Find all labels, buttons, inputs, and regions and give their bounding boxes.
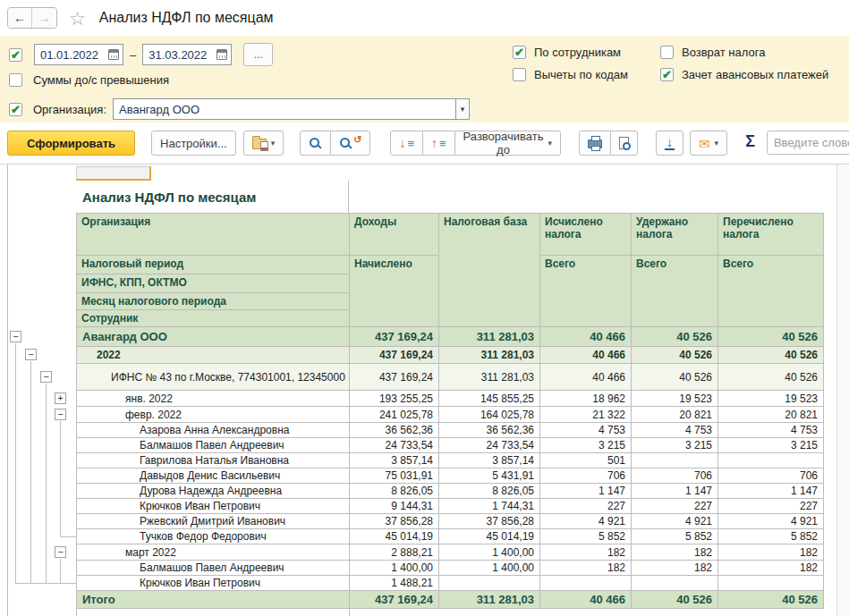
option-checkbox[interactable] [660,46,674,59]
value-cell[interactable]: 1 147 [632,484,718,499]
value-cell[interactable]: 40 526 [718,327,824,347]
row-label[interactable]: Давыдов Денис Васильевич [77,468,350,484]
value-cell[interactable] [718,576,824,591]
expand-toggle[interactable]: − [10,331,21,342]
value-cell[interactable] [439,576,540,591]
value-cell[interactable] [718,453,824,468]
period-checkbox[interactable]: ✔ [9,48,22,62]
option-checkbox[interactable] [513,68,526,81]
header-cell[interactable]: Удержано налога [632,214,718,256]
value-cell[interactable]: 8 826,05 [439,484,540,499]
header-cell[interactable]: Перечислено налога [718,214,824,256]
value-cell[interactable]: 40 526 [718,591,824,609]
header-cell[interactable]: ИФНС, КПП, ОКТМО [77,274,350,293]
row-label[interactable]: ИФНС № 43 по г.Москве, 774301001, 123450… [77,364,350,391]
value-cell[interactable]: 193 255,25 [350,391,439,407]
value-cell[interactable]: 3 215 [718,438,824,453]
option-item[interactable]: ✔По сотрудникам [513,46,660,59]
value-cell[interactable]: 40 466 [540,591,632,609]
value-cell[interactable]: 36 562,36 [350,423,439,438]
value-cell[interactable]: 1 400,00 [350,561,439,576]
favorite-star-icon[interactable]: ☆ [69,9,86,28]
value-cell[interactable]: 182 [718,561,824,576]
value-cell[interactable]: 501 [540,453,632,468]
search-next-button[interactable]: ↺ [330,131,370,156]
value-cell[interactable]: 8 826,05 [350,484,439,499]
selected-cell[interactable] [76,166,151,181]
calendar-icon[interactable] [216,49,227,60]
row-label[interactable]: Дурова Надежда Андреевна [77,484,350,499]
period-more-button[interactable]: ... [243,43,273,66]
value-cell[interactable]: 241 025,78 [350,407,439,423]
value-cell[interactable]: 40 466 [540,364,632,391]
value-cell[interactable]: 75 031,91 [350,468,439,484]
value-cell[interactable]: 18 962 [540,391,632,407]
value-cell[interactable]: 5 431,91 [439,468,540,484]
organization-input[interactable] [113,98,455,120]
value-cell[interactable] [632,453,718,468]
value-cell[interactable] [540,576,632,591]
value-cell[interactable]: 706 [540,468,632,484]
expand-toggle[interactable]: + [55,392,66,404]
header-cell[interactable]: Всего [632,256,718,327]
value-cell[interactable]: 227 [632,499,718,514]
expand-groups-button[interactable]: ↑ ≡ [422,131,455,156]
value-cell[interactable]: 437 169,24 [350,327,439,347]
value-cell[interactable]: 3 857,14 [350,453,439,468]
value-cell[interactable]: 2 888,21 [350,544,439,561]
value-cell[interactable]: 1 147 [540,484,632,499]
row-label[interactable]: Авангард ООО [77,327,350,347]
value-cell[interactable]: 227 [718,499,824,514]
toolbar-search-input[interactable] [767,131,849,155]
value-cell[interactable]: 45 014,19 [439,529,540,544]
date-to-input[interactable] [149,48,216,62]
value-cell[interactable]: 9 144,31 [350,499,439,514]
expand-toggle[interactable]: − [55,409,66,420]
generate-button[interactable]: Сформировать [7,131,135,156]
value-cell[interactable]: 4 921 [718,514,824,529]
value-cell[interactable]: 1 400,00 [439,544,540,561]
value-cell[interactable]: 706 [718,468,824,484]
value-cell[interactable]: 3 215 [540,438,632,453]
expand-toggle[interactable]: − [40,371,52,383]
value-cell[interactable]: 4 753 [540,423,632,438]
option-checkbox[interactable]: ✔ [660,68,674,81]
value-cell[interactable] [632,576,718,591]
value-cell[interactable]: 1 744,31 [439,499,540,514]
header-cell[interactable]: Всего [540,256,632,327]
option-item[interactable]: ✔Зачет авансовых платежей [660,68,828,81]
row-label[interactable]: Крючков Иван Петрович [77,499,350,514]
value-cell[interactable]: 40 526 [632,347,718,364]
expand-to-button[interactable]: Разворачивать до ▾ [454,131,561,156]
value-cell[interactable]: 164 025,78 [439,407,540,423]
value-cell[interactable]: 182 [632,561,718,576]
print-button[interactable] [579,131,611,156]
collapse-groups-button[interactable]: ↓ ≡ [390,131,423,156]
header-cell[interactable]: Начислено [350,256,439,327]
date-from-input[interactable] [40,48,108,62]
value-cell[interactable]: 182 [540,544,632,561]
row-label[interactable]: февр. 2022 [77,407,350,423]
value-cell[interactable]: 3 215 [632,438,718,453]
header-cell[interactable]: Исчислено налога [540,214,632,256]
value-cell[interactable]: 24 733,54 [439,438,540,453]
row-label[interactable]: 2022 [77,347,350,364]
vertical-scrollbar[interactable] [836,165,849,616]
value-cell[interactable]: 145 855,25 [439,391,540,407]
email-button[interactable]: ✉ ▾ [690,131,727,156]
expand-toggle[interactable]: − [25,349,37,360]
settings-button[interactable]: Настройки... [151,131,236,156]
value-cell[interactable]: 311 281,03 [439,364,540,391]
value-cell[interactable]: 40 526 [632,364,718,391]
header-cell[interactable]: Доходы [350,214,439,256]
value-cell[interactable]: 21 322 [540,407,632,423]
value-cell[interactable]: 40 466 [540,327,632,347]
report-variants-button[interactable]: ▾ [243,131,284,156]
value-cell[interactable]: 37 856,28 [350,514,439,529]
expand-toggle[interactable]: − [55,546,66,558]
value-cell[interactable]: 20 821 [718,407,824,423]
save-button[interactable]: ↓ [656,131,683,156]
value-cell[interactable]: 182 [632,544,718,561]
value-cell[interactable]: 45 014,19 [350,529,439,544]
value-cell[interactable]: 40 526 [632,327,718,347]
